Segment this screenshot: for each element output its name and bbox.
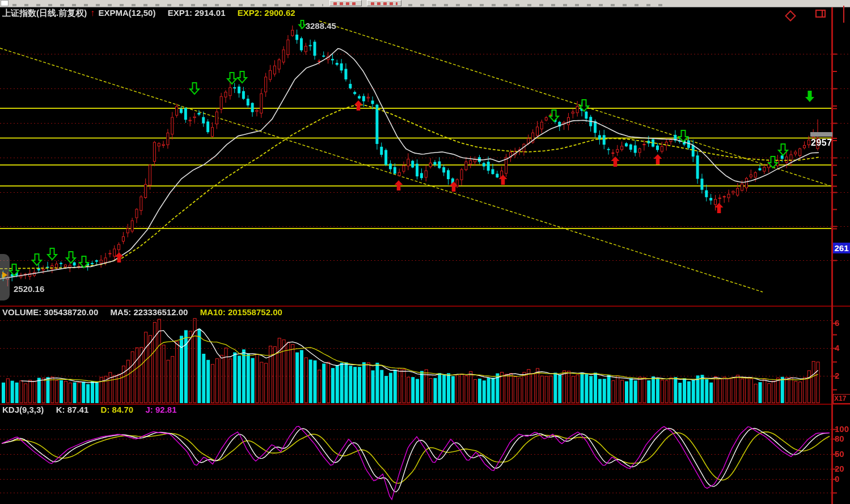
price-badge: 261 xyxy=(833,243,850,253)
volume-axis-label-6: 6 xyxy=(835,319,849,327)
trading-app-window: 上证指数(日线.前复权) ↑ EXPMA(12,50) EXP1: 2914.0… xyxy=(0,0,850,504)
peak-price-value: 3288.45 xyxy=(306,21,336,31)
toolbar-white-box[interactable] xyxy=(1,0,9,6)
side-panel-expand-handle[interactable] xyxy=(0,254,10,300)
low-price-label: 2520.16 xyxy=(14,284,44,294)
exp2-value: EXP2: 2900.62 xyxy=(238,8,295,18)
kdj-k-value: K: 87.41 xyxy=(56,405,89,414)
toolbar-menu-fragments-right xyxy=(408,4,669,6)
toolbar-button-2-label xyxy=(371,2,397,5)
indicator-label[interactable]: EXPMA(12,50) xyxy=(99,8,156,18)
kdj-axis-label-20: 20 xyxy=(835,464,849,473)
volume-axis-label-2: 2 xyxy=(835,371,849,380)
kdj-axis-label-50: 50 xyxy=(835,450,849,458)
volume-axis-label-4: 4 xyxy=(835,344,849,352)
peak-price-label: ↓ 3288.45 xyxy=(299,21,336,31)
up-arrow-icon: ↑ xyxy=(89,8,96,18)
stock-chart-canvas[interactable] xyxy=(0,0,850,504)
toolbar-menu-fragments xyxy=(12,4,323,6)
volume-ma10-value: MA10: 201558752.00 xyxy=(200,307,282,317)
window-icon[interactable] xyxy=(815,10,826,18)
volume-value[interactable]: VOLUME: 305438720.00 xyxy=(2,307,98,317)
toolbar-button-1-label xyxy=(333,2,358,5)
kdj-axis-label-100: 100 xyxy=(835,425,849,433)
expand-right-icon xyxy=(2,272,7,278)
symbol-title: 上证指数(日线.前复权) xyxy=(2,8,87,18)
volume-ma5-value: MA5: 223336512.00 xyxy=(111,307,188,317)
kdj-axis-label-0: 0 xyxy=(835,475,849,483)
current-price-marker-bar xyxy=(810,132,832,137)
main-chart-title-row: 上证指数(日线.前复权) ↑ EXPMA(12,50) EXP1: 2914.0… xyxy=(2,8,295,18)
exp1-value: EXP1: 2914.01 xyxy=(168,8,226,18)
top-toolbar[interactable] xyxy=(0,0,850,7)
toolbar-button-2[interactable] xyxy=(367,0,401,6)
current-price-value: 2957 xyxy=(811,138,833,148)
kdj-j-value: J: 92.81 xyxy=(145,405,176,414)
kdj-d-value: D: 84.70 xyxy=(101,405,134,414)
volume-title-row: VOLUME: 305438720.00 MA5: 223336512.00 M… xyxy=(2,307,282,317)
peak-green-arrow-icon: ↓ xyxy=(299,22,303,31)
toolbar-button-1[interactable] xyxy=(329,0,362,6)
kdj-indicator-label[interactable]: KDJ(9,3,3) xyxy=(2,405,44,414)
kdj-title-row: KDJ(9,3,3) K: 87.41 D: 84.70 J: 92.81 xyxy=(2,405,177,415)
volume-multiplier-badge: X17 xyxy=(833,394,850,404)
crosshair-tick-icon xyxy=(843,6,844,23)
kdj-axis-label-80: 80 xyxy=(835,434,849,443)
